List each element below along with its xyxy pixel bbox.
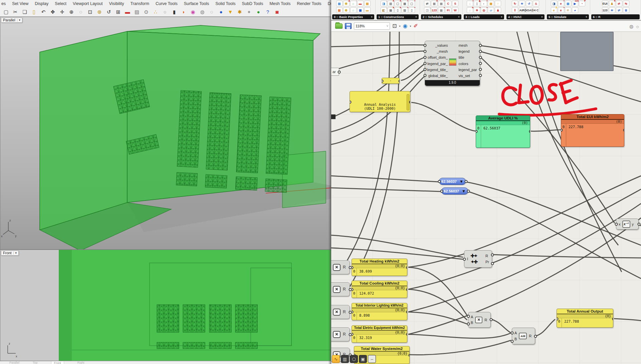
viewport-front[interactable]: z x Front ▼ [0,250,331,361]
output-port-label[interactable]: legend [458,49,478,53]
tab-right[interactable]: Right [77,361,84,364]
gh-component-icon[interactable]: ▤ [565,1,571,6]
gh-component-icon[interactable]: ▦ [357,7,364,13]
viewport-parallel[interactable]: z x y Parallel ▼ [0,17,331,250]
gh-component-icon[interactable]: e⚡ [551,7,557,13]
gh-component-icon[interactable]: ◳↓ [424,7,430,13]
save-file-icon[interactable] [345,23,352,29]
menu-item[interactable]: Solid Tools [215,1,235,6]
gh-component-icon[interactable]: ⇄ [424,1,430,6]
rhino-toolbar-icon[interactable]: ◉ [189,8,197,16]
gh-component-icon[interactable]: ⌂+ [467,1,473,6]
average-udli-panel[interactable]: Average UDLI % (0) 0 62.56037 [476,115,530,148]
menu-item[interactable]: Surface Tools [184,1,209,6]
x-button[interactable]: ✕ [333,264,341,271]
relay-component[interactable]: ✕ R [331,305,350,319]
tab-caption[interactable]: 6 :: R [591,14,640,19]
sketch-widget-icon[interactable]: ∿ [332,355,340,363]
gh-component-icon[interactable]: ▬ [364,7,371,13]
solver-widget-icon[interactable]: ⬡ [350,355,358,363]
profiler-widget-icon[interactable]: ▥ [341,355,349,363]
tab-caption[interactable]: 0 :: Basic Properties+ [332,14,374,19]
chevron-down-icon[interactable]: ▼ [13,252,17,255]
gh-component-icon[interactable]: H C [533,7,539,13]
gh-component-icon[interactable]: ◨↓ [381,1,387,6]
gh-component-icon[interactable]: ○ [495,1,501,6]
gh-component-icon[interactable]: ◕ [572,7,578,13]
rhino-toolbar-icon[interactable]: ○ [161,8,169,16]
gh-component-icon[interactable]: ▱ [488,7,494,13]
output-port-label[interactable]: legend_par [458,68,478,72]
gh-component-icon[interactable]: ▢✕ [395,1,401,6]
input-port-label[interactable]: _mesh [427,49,448,53]
x-button[interactable]: ✕ [333,331,341,338]
tab-caption[interactable]: 5 :: Simulate+ [547,14,589,19]
gh-component-icon[interactable]: ◐+ [481,1,487,6]
gh-component-icon[interactable]: DOAS [526,7,532,13]
rhino-toolbar-icon[interactable]: ◍ [198,8,206,16]
sketch-pen-icon[interactable]: ✐ [413,23,418,29]
gh-component-icon[interactable]: ⌂✕ [467,7,473,13]
inverse-component[interactable]: x x⁻¹ y [616,219,639,230]
gh-component-icon[interactable]: S [452,1,458,6]
relay-component[interactable]: ✕ R [331,327,350,341]
x-button[interactable]: ✕ [333,286,341,293]
relay-component[interactable]: ✕ R [331,282,350,296]
zoom-extents-icon[interactable]: ⊡ [392,23,397,29]
rhino-toolbar-icon[interactable]: ⊛ [95,8,103,16]
gh-component-icon[interactable]: 123 [602,7,608,13]
menu-item[interactable]: Set View [12,1,28,6]
preview-eye-icon[interactable]: ◉ [403,23,407,29]
menu-item[interactable]: Render Tools [297,1,321,6]
gh-component-icon[interactable]: 123 [431,7,437,13]
viewport-title-front[interactable]: Front ▼ [1,251,19,256]
rhino-toolbar-icon[interactable]: ▬ [124,8,132,16]
number-slider[interactable]: 62.56037 ▼ [439,178,466,185]
gh-component-icon[interactable]: ▣ [488,1,494,6]
rhino-toolbar-icon[interactable]: ◙ [273,8,281,16]
rhino-toolbar-icon[interactable]: ● [254,8,262,16]
display-icon[interactable]: ☼ [635,24,640,29]
gh-component-icon[interactable]: ▦+ [438,7,444,13]
gh-component-icon[interactable]: ⌂↑ [350,1,357,6]
gh-component-icon[interactable]: ⇆ [623,1,629,6]
recolor-mesh-component[interactable]: _values_meshoffset_dom_legend_par_legend… [425,41,480,86]
gh-component-icon[interactable]: ▶123 [572,1,578,6]
rhino-toolbar-icon[interactable]: ▼ [226,8,234,16]
input-port-label[interactable]: legend_par_ [427,62,448,66]
open-file-icon[interactable] [335,23,343,29]
rhino-toolbar-icon[interactable]: ✂ [11,8,19,16]
input-port-label[interactable]: offset_dom_ [427,55,448,59]
total-annual-output-panel[interactable]: Total Annual Output {0} 0227.788 [557,309,613,328]
gh-component-icon[interactable]: e+ [558,1,564,6]
gh-component-icon[interactable]: ▦✕ [431,1,437,6]
gh-component-icon[interactable]: C [445,1,451,6]
tab-top[interactable]: Top [33,361,38,364]
menu-item[interactable]: Viewport Layout [73,1,102,6]
menu-item[interactable]: Select [55,1,66,6]
total-heating-panel[interactable]: Total Heating kWh/m2 {0;0} 038.699 [352,259,407,276]
gh-component-icon[interactable]: ▤ [336,7,343,13]
input-port-label[interactable]: global_title_ [427,74,448,78]
rhino-toolbar-icon[interactable]: ⊕ [67,8,75,16]
gh-component-icon[interactable]: e+ [558,7,564,13]
slider-grip-icon[interactable]: ▼ [462,189,466,194]
total-eui-panel[interactable]: Total EUI kWh/m2 (0) 0 227.788 [561,114,624,147]
slider-grip-icon[interactable]: ▼ [459,179,463,184]
gh-component-icon[interactable]: ⬢A [343,1,350,6]
gh-component-icon[interactable]: ▯✕ [395,7,401,13]
rhino-toolbar-icon[interactable]: ↶ [39,8,47,16]
gh-component-icon[interactable]: ≋ [609,7,615,13]
annual-analysis-panel[interactable]: Annual Analysis (UDLI 100-2000) [350,91,410,112]
gh-component-icon[interactable]: ♨ [533,1,539,6]
output-port-label[interactable]: colors [458,62,478,66]
tiny-value-panel[interactable]: ' [382,78,400,84]
gh-component-icon[interactable]: ☀+ [474,7,480,13]
gh-component-icon[interactable]: ▥+ [402,7,408,13]
globe-icon[interactable]: ◍ [629,24,633,29]
rhino-toolbar-icon[interactable]: ? [264,8,272,16]
sparkle-component[interactable]: I ✚✦✦✚ R Pr [464,250,492,268]
rhino-toolbar-icon[interactable]: ∴ [152,8,160,16]
gh-component-icon[interactable]: ▢+ [409,1,415,6]
rhino-toolbar-icon[interactable]: ▨ [133,8,141,16]
